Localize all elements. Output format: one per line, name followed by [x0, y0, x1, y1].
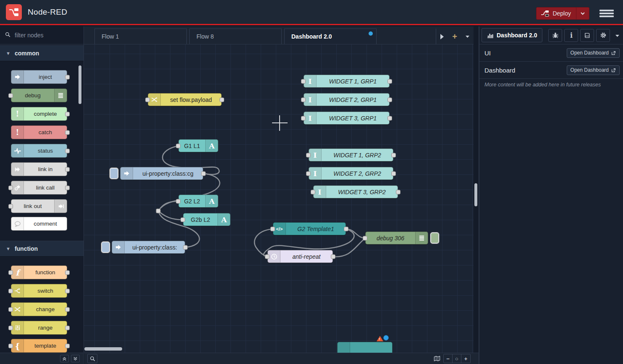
input-port[interactable] — [8, 185, 13, 190]
input-port[interactable] — [8, 307, 13, 312]
node-inject-ui-property-2[interactable]: ui-property:class: — [112, 241, 185, 254]
palette-category-function[interactable]: ▼ function — [0, 241, 84, 257]
tab-flow-1[interactable]: Flow 1 — [94, 29, 187, 44]
palette-scrollbar[interactable] — [79, 65, 81, 104]
node-g2b-l2[interactable]: G2b L2 A — [183, 213, 230, 226]
input-port[interactable] — [8, 343, 13, 348]
palette-node-template[interactable]: { template — [11, 339, 67, 353]
palette-node-function[interactable]: f function — [11, 265, 67, 279]
palette-node-range[interactable]: range — [11, 321, 67, 335]
input-port[interactable] — [301, 79, 306, 83]
input-port[interactable] — [145, 97, 150, 102]
tab-dashboard-2[interactable]: Dashboard 2.0 — [284, 29, 377, 44]
output-port[interactable] — [387, 97, 392, 102]
input-port[interactable] — [306, 153, 311, 157]
wire[interactable] — [158, 201, 178, 211]
input-port[interactable] — [301, 116, 306, 120]
input-port[interactable] — [8, 93, 13, 98]
palette-node-link-call[interactable]: link call — [11, 181, 67, 195]
add-flow-button[interactable]: + — [452, 32, 457, 42]
input-port[interactable] — [8, 289, 13, 293]
palette-node-status[interactable]: status — [11, 144, 67, 158]
flow-list-chevron-icon[interactable] — [465, 35, 470, 38]
sidebar-more-tabs-chevron[interactable] — [615, 31, 620, 39]
node-widget-1-grp2[interactable]: I WIDGET 1, GRP2 — [309, 148, 393, 161]
node-g1-l1[interactable]: G1 L1 A — [178, 139, 218, 152]
palette-node-catch[interactable]: ! catch — [11, 125, 67, 139]
info-tab[interactable]: i — [564, 29, 578, 42]
zoom-in-button[interactable]: + — [461, 354, 470, 363]
node-anti-repeat[interactable]: anti-repeat — [267, 250, 333, 263]
help-tab[interactable] — [580, 29, 594, 42]
output-port[interactable] — [391, 153, 396, 157]
palette-filter[interactable] — [0, 26, 84, 44]
input-port[interactable] — [306, 171, 311, 176]
output-port[interactable] — [344, 226, 348, 231]
input-port[interactable] — [311, 190, 315, 194]
node-inject-ui-property-cg[interactable]: ui-property:class:cg — [120, 167, 203, 180]
palette-category-common[interactable]: ▼ common — [0, 45, 84, 61]
deploy-options-caret[interactable] — [576, 8, 589, 19]
output-port[interactable] — [65, 270, 70, 275]
palette-node-complete[interactable]: ! complete — [11, 107, 67, 121]
palette-node-link-out[interactable]: link out — [11, 199, 67, 213]
output-port[interactable] — [201, 171, 206, 176]
input-port[interactable] — [8, 270, 13, 275]
collapse-all-button[interactable] — [60, 355, 69, 362]
zoom-out-button[interactable]: − — [444, 354, 453, 363]
palette-node-switch[interactable]: switch — [11, 284, 67, 298]
main-menu-button[interactable] — [599, 8, 614, 18]
node-debug-306[interactable]: debug 306 — [365, 231, 428, 244]
input-port[interactable] — [176, 143, 181, 148]
wire-junction[interactable] — [156, 209, 160, 213]
palette-node-debug[interactable]: debug — [11, 88, 67, 102]
search-flows-button[interactable] — [87, 354, 97, 363]
wire[interactable] — [158, 211, 183, 220]
output-port[interactable] — [65, 343, 70, 348]
next-tab-icon[interactable] — [440, 34, 444, 39]
node-widget-3-grp1[interactable]: I WIDGET 3, GRP1 — [304, 112, 390, 125]
palette-node-link-in[interactable]: link in — [11, 162, 67, 176]
deploy-button[interactable]: Deploy — [536, 7, 589, 20]
node-g2-l2[interactable]: G2 L2 A — [178, 195, 218, 208]
input-port[interactable] — [363, 236, 367, 240]
inject-button[interactable] — [110, 168, 118, 179]
open-dashboard-button-ui[interactable]: Open Dashboard — [567, 48, 620, 58]
output-port[interactable] — [65, 75, 70, 79]
input-port[interactable] — [181, 217, 185, 222]
sidebar-tab-dashboard[interactable]: Dashboard 2.0 — [482, 28, 542, 42]
output-port[interactable] — [65, 130, 70, 135]
expand-all-button[interactable] — [71, 355, 80, 362]
canvas-v-scrollbar[interactable] — [474, 183, 477, 206]
output-port[interactable] — [65, 289, 70, 293]
flow-canvas[interactable]: set flow.payload I WIDGET 1, GRP1 I WIDG… — [84, 44, 474, 353]
output-port[interactable] — [387, 79, 392, 83]
minimap-toggle-button[interactable] — [432, 354, 442, 363]
node-widget-1-grp1[interactable]: I WIDGET 1, GRP1 — [304, 75, 390, 88]
node-g2-template1[interactable]: </> G2 Template1 — [273, 222, 346, 235]
output-port[interactable] — [65, 167, 70, 172]
output-port[interactable] — [65, 185, 70, 190]
output-port[interactable] — [65, 325, 70, 330]
input-port[interactable] — [8, 325, 13, 330]
debug-toggle-button[interactable] — [430, 232, 439, 244]
input-port[interactable] — [301, 97, 306, 102]
input-port[interactable] — [270, 226, 275, 231]
node-bottom-partial[interactable] — [337, 342, 393, 353]
config-tab[interactable] — [596, 29, 610, 42]
wire[interactable] — [333, 238, 365, 257]
palette-node-comment[interactable]: comment — [11, 217, 67, 231]
output-port[interactable] — [65, 307, 70, 312]
zoom-reset-button[interactable]: ○ — [453, 354, 461, 363]
output-port[interactable] — [387, 116, 392, 120]
output-port[interactable] — [396, 190, 400, 194]
open-dashboard-button-dashboard[interactable]: Open Dashboard — [567, 65, 620, 75]
output-port[interactable] — [220, 97, 224, 102]
palette-node-change[interactable]: change — [11, 302, 67, 316]
canvas-h-scrollbar[interactable] — [84, 347, 122, 351]
output-port[interactable] — [391, 171, 396, 176]
node-widget-2-grp2[interactable]: I WIDGET 2, GRP2 — [309, 167, 393, 180]
tab-flow-8[interactable]: Flow 8 — [189, 29, 282, 44]
output-port[interactable] — [65, 148, 70, 153]
input-port[interactable] — [265, 254, 270, 259]
